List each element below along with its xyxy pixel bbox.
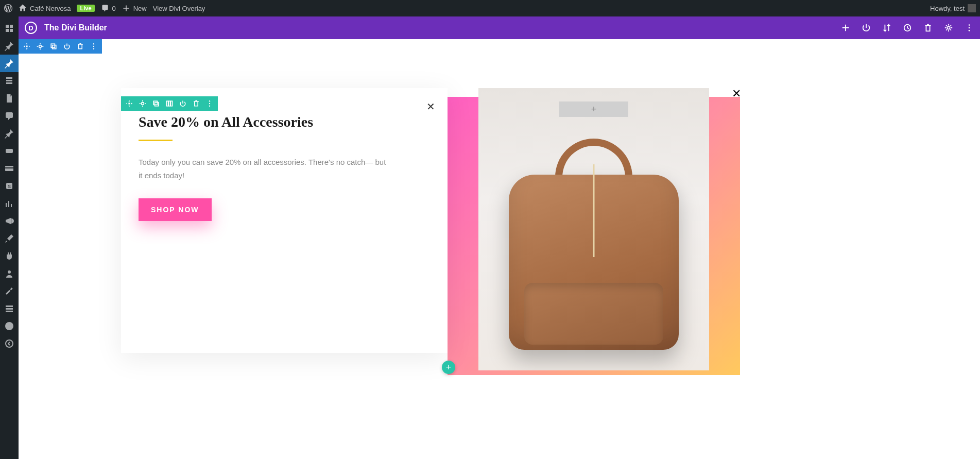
sidebar-collapse[interactable] xyxy=(0,335,19,352)
pin-icon xyxy=(4,41,14,51)
site-name-link[interactable]: Café Nervosa xyxy=(19,0,71,16)
columns-icon[interactable] xyxy=(165,99,174,108)
wp-admin-bar: Café Nervosa Live 0 New View Divi Overla… xyxy=(0,0,980,16)
sidebar-pin2[interactable] xyxy=(0,125,19,142)
sidebar-analytics[interactable] xyxy=(0,195,19,212)
avatar xyxy=(968,4,976,12)
duplicate-icon[interactable] xyxy=(49,42,58,50)
power-icon[interactable] xyxy=(63,42,71,50)
add-row-button[interactable]: + xyxy=(442,361,455,374)
move-icon[interactable] xyxy=(125,99,133,108)
svg-rect-7 xyxy=(6,308,13,310)
add-module-button[interactable]: + xyxy=(559,101,628,117)
svg-rect-17 xyxy=(51,44,55,47)
divi-logo[interactable]: D xyxy=(25,22,37,34)
sidebar-sale[interactable]: S xyxy=(0,177,19,195)
divi-more-icon[interactable] xyxy=(965,23,974,32)
divi-title: The Divi Builder xyxy=(44,23,107,32)
plus-label: + xyxy=(591,104,597,115)
sidebar-appearance[interactable] xyxy=(0,230,19,247)
svg-point-21 xyxy=(93,48,94,49)
svg-rect-26 xyxy=(168,101,170,106)
promo-heading: Save 20% on All Accessories xyxy=(139,114,430,130)
divi-sort-icon[interactable] xyxy=(882,23,891,32)
gear-icon[interactable] xyxy=(139,99,147,108)
sidebar-woo[interactable] xyxy=(0,142,19,160)
wp-logo[interactable] xyxy=(4,0,12,16)
divi-add-icon[interactable] xyxy=(841,23,850,32)
power-icon[interactable] xyxy=(179,99,187,108)
sidebar-media[interactable] xyxy=(0,72,19,90)
sidebar-plugins[interactable] xyxy=(0,247,19,265)
sidebar-pin[interactable] xyxy=(0,37,19,55)
divi-canvas: + ✕ ✕ Save 20% on All Accessories Today … xyxy=(19,39,980,459)
duplicate-icon[interactable] xyxy=(152,99,160,108)
svg-rect-6 xyxy=(6,305,13,307)
image-module[interactable]: + xyxy=(478,88,709,370)
sidebar-pin-active[interactable] xyxy=(0,55,19,72)
woo-icon xyxy=(4,146,14,156)
tag-icon: S xyxy=(4,181,14,191)
svg-point-5 xyxy=(8,270,11,274)
text-column[interactable]: ✕ Save 20% on All Accessories Today only… xyxy=(121,88,448,353)
divi-history-icon[interactable] xyxy=(903,23,912,32)
comment-icon xyxy=(4,111,14,121)
row-toolbar xyxy=(121,96,218,111)
comments-link[interactable]: 0 xyxy=(101,0,116,16)
howdy-link[interactable]: Howdy, test xyxy=(930,4,976,12)
svg-point-29 xyxy=(209,103,210,104)
settings-icon xyxy=(4,303,14,314)
sidebar-marketing[interactable] xyxy=(0,212,19,230)
sidebar-dashboard[interactable] xyxy=(0,20,19,37)
new-link[interactable]: New xyxy=(122,0,147,16)
svg-point-14 xyxy=(969,27,970,29)
wordpress-icon xyxy=(4,4,12,12)
sidebar-card[interactable] xyxy=(0,160,19,177)
heading-underline xyxy=(139,140,173,141)
svg-point-19 xyxy=(93,43,94,44)
comments-count: 0 xyxy=(112,5,116,12)
sidebar-tools[interactable] xyxy=(0,282,19,300)
divi-power-icon[interactable] xyxy=(862,23,871,32)
dashboard-icon xyxy=(4,23,14,33)
shop-now-button[interactable]: SHOP NOW xyxy=(139,198,212,221)
divi-gear-icon[interactable] xyxy=(944,23,953,32)
backpack-image xyxy=(478,88,709,370)
divi-trash-icon[interactable] xyxy=(923,23,933,32)
more-icon[interactable] xyxy=(90,42,98,50)
pin-icon xyxy=(4,128,14,139)
sidebar-settings[interactable] xyxy=(0,300,19,317)
svg-point-30 xyxy=(209,106,210,107)
svg-rect-8 xyxy=(6,311,13,312)
trash-icon[interactable] xyxy=(76,42,84,50)
sidebar-comments[interactable] xyxy=(0,107,19,125)
sidebar-divi[interactable] xyxy=(0,317,19,335)
more-icon[interactable] xyxy=(205,99,214,108)
svg-rect-2 xyxy=(5,167,13,168)
sidebar-pages[interactable] xyxy=(0,90,19,107)
close-icon[interactable]: ✕ xyxy=(426,100,435,113)
svg-point-20 xyxy=(93,46,94,47)
brush-icon xyxy=(4,233,14,244)
wp-sidebar: S xyxy=(0,16,19,459)
svg-point-15 xyxy=(969,30,970,31)
svg-point-12 xyxy=(947,26,950,29)
home-icon xyxy=(19,4,27,12)
page-icon xyxy=(4,93,14,104)
sidebar-users[interactable] xyxy=(0,265,19,282)
user-icon xyxy=(4,268,14,279)
close-icon[interactable]: ✕ xyxy=(732,87,741,100)
svg-text:S: S xyxy=(8,184,11,189)
comment-icon xyxy=(101,4,109,12)
gear-icon[interactable] xyxy=(36,42,44,50)
adminbar-right: Howdy, test xyxy=(930,4,976,12)
live-badge[interactable]: Live xyxy=(77,5,94,12)
trash-icon[interactable] xyxy=(192,99,200,108)
move-icon[interactable] xyxy=(23,42,31,50)
plus-icon xyxy=(122,4,130,12)
svg-point-9 xyxy=(5,322,13,330)
view-overlay-link[interactable]: View Divi Overlay xyxy=(153,0,205,16)
media-icon xyxy=(4,76,14,86)
svg-point-22 xyxy=(142,103,144,105)
megaphone-icon xyxy=(4,216,14,226)
